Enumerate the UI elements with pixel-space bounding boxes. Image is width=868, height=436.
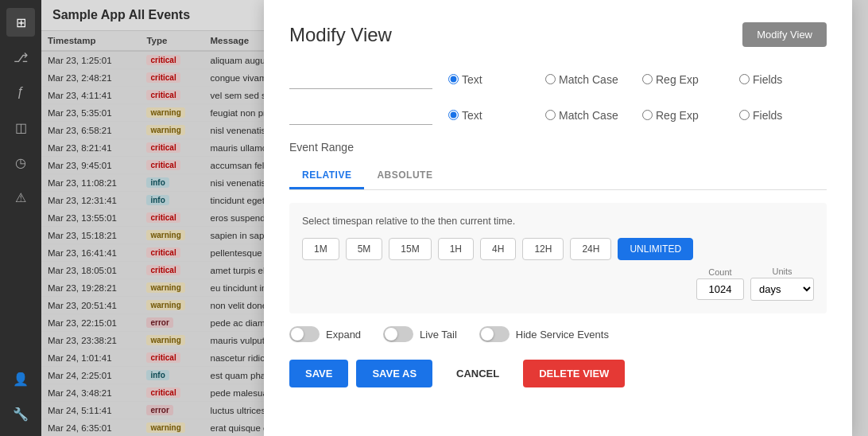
match-events-fields-option[interactable]: Fields — [739, 73, 827, 86]
live-tail-toggle[interactable] — [383, 326, 413, 342]
sidebar-icon-layers[interactable]: ◫ — [6, 113, 35, 142]
expand-toggle[interactable] — [289, 326, 320, 342]
exclude-events-case-label: Match Case — [559, 109, 618, 122]
match-events-radio-group: Text Match Case Reg Exp Fields — [448, 73, 827, 86]
match-events-text-radio[interactable] — [448, 74, 459, 84]
count-units-group: Count Units days hours minutes weeks — [696, 267, 814, 301]
tab-absolute[interactable]: ABSOLUTE — [364, 163, 445, 189]
sidebar-icon-branch[interactable]: ⎇ — [6, 43, 35, 72]
match-events-regexp-label: Reg Exp — [656, 73, 699, 86]
exclude-events-text-option[interactable]: Text — [448, 109, 536, 122]
expand-label: Expand — [326, 329, 361, 341]
exclude-events-case-option[interactable]: Match Case — [545, 109, 633, 122]
sidebar-icon-user[interactable]: 👤 — [6, 364, 35, 393]
match-events-text-label: Text — [462, 73, 482, 86]
exclude-events-regexp-option[interactable]: Reg Exp — [642, 109, 730, 122]
match-events-case-label: Match Case — [559, 73, 618, 86]
count-group: Count — [696, 267, 744, 300]
time-btn-4h[interactable]: 4H — [480, 238, 516, 260]
modal-title: Modify View — [289, 24, 392, 46]
modal-header: Modify View Modify View — [289, 22, 827, 47]
time-btn-1m[interactable]: 1M — [302, 238, 339, 260]
match-events-regexp-option[interactable]: Reg Exp — [642, 73, 730, 86]
live-tail-label: Live Tail — [420, 329, 457, 341]
sidebar-icon-settings[interactable]: 🔧 — [6, 399, 35, 428]
match-events-case-radio[interactable] — [545, 74, 556, 84]
exclude-events-regexp-label: Reg Exp — [656, 109, 699, 122]
toggle-expand: Expand — [289, 326, 361, 342]
time-btn-12h[interactable]: 12H — [522, 238, 564, 260]
sidebar-icon-alert[interactable]: ⚠ — [6, 183, 35, 212]
sidebar: ⊞ ⎇ ƒ ◫ ◷ ⚠ 👤 🔧 — [0, 0, 41, 436]
hide-service-toggle[interactable] — [479, 326, 510, 342]
save-as-button[interactable]: SAVE AS — [356, 360, 432, 387]
units-select[interactable]: days hours minutes weeks — [750, 278, 814, 301]
match-events-regexp-radio[interactable] — [642, 74, 653, 84]
exclude-events-fields-label: Fields — [753, 109, 782, 122]
delete-view-button[interactable]: DELETE VIEW — [523, 360, 625, 387]
action-buttons-row: SAVE SAVE AS CANCEL DELETE VIEW — [289, 360, 827, 387]
exclude-events-radio-group: Text Match Case Reg Exp Fields — [448, 109, 827, 122]
count-input[interactable] — [696, 278, 744, 300]
match-events-case-option[interactable]: Match Case — [545, 73, 633, 86]
match-events-fields-radio[interactable] — [739, 74, 750, 84]
match-events-fields-label: Fields — [753, 73, 782, 86]
exclude-events-input[interactable] — [289, 105, 432, 125]
modal-panel: Modify View Modify View Text Match Case — [264, 0, 852, 436]
time-buttons-row: 1M 5M 15M 1H 4H 12H 24H UNLIMITED Count — [302, 238, 814, 301]
event-range-label: Event Range — [289, 141, 827, 154]
modal-overlay: Modify View Modify View Text Match Case — [41, 0, 868, 436]
time-btn-unlimited[interactable]: UNLIMITED — [618, 238, 693, 260]
tabs-row: RELATIVE ABSOLUTE — [289, 163, 827, 190]
exclude-events-case-radio[interactable] — [545, 110, 556, 120]
modify-view-button[interactable]: Modify View — [742, 22, 827, 47]
exclude-events-text-label: Text — [462, 109, 482, 122]
exclude-events-regexp-radio[interactable] — [642, 110, 653, 120]
time-btn-24h[interactable]: 24H — [570, 238, 611, 260]
time-btn-5m[interactable]: 5M — [346, 238, 383, 260]
tab-relative[interactable]: RELATIVE — [289, 163, 364, 189]
sidebar-icon-clock[interactable]: ◷ — [6, 148, 35, 177]
save-button[interactable]: SAVE — [289, 360, 348, 387]
toggle-live-tail: Live Tail — [383, 326, 457, 342]
hide-service-label: Hide Service Events — [516, 329, 609, 341]
sidebar-icon-grid[interactable]: ⊞ — [6, 8, 35, 37]
exclude-events-text-radio[interactable] — [448, 110, 459, 120]
time-btn-1h[interactable]: 1H — [438, 238, 474, 260]
exclude-events-fields-radio[interactable] — [739, 110, 750, 120]
match-events-row: Text Match Case Reg Exp Fields — [289, 69, 827, 89]
exclude-events-fields-option[interactable]: Fields — [739, 109, 827, 122]
units-group: Units days hours minutes weeks — [750, 267, 814, 301]
exclude-events-row: Text Match Case Reg Exp Fields — [289, 105, 827, 125]
tab-content-relative: Select timespan relative to the then cur… — [289, 203, 827, 313]
timespan-description: Select timespan relative to the then cur… — [302, 216, 814, 227]
count-label: Count — [696, 267, 744, 277]
time-btn-15m[interactable]: 15M — [389, 238, 431, 260]
match-events-input[interactable] — [289, 69, 432, 89]
match-events-text-option[interactable]: Text — [448, 73, 536, 86]
sidebar-icon-function[interactable]: ƒ — [6, 78, 35, 107]
toggle-hide-service-events: Hide Service Events — [479, 326, 609, 342]
toggles-row: Expand Live Tail Hide Service Events — [289, 326, 827, 342]
cancel-button[interactable]: CANCEL — [440, 360, 515, 387]
units-label: Units — [750, 267, 814, 276]
